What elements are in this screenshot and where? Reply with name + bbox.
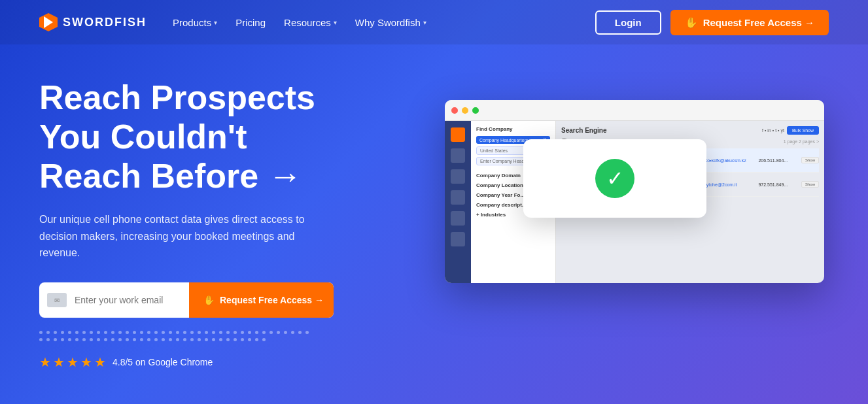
star-3: ★ [67,354,78,370]
dot [262,331,266,334]
nav-links: Products ▾ Pricing Resources ▾ Why Sword… [173,17,426,28]
success-overlay: ✓ [523,139,706,218]
dot [162,338,165,341]
window-minimize-dot [462,107,468,114]
dot [169,331,172,334]
star-1: ★ [39,354,51,370]
show-button[interactable]: Show [801,157,819,163]
dot [205,338,208,341]
dot [190,331,194,334]
chevron-down-icon: ▾ [423,19,426,26]
request-access-button-form[interactable]: ✋ Request Free Access → [189,282,334,318]
dot [277,331,280,334]
chevron-down-icon: ▾ [334,19,337,26]
sidebar-item-active [451,127,465,142]
star-2: ★ [53,354,65,370]
dot [46,331,50,334]
star-rating: ★ ★ ★ ★ ★ [39,354,106,370]
content-header: Search Engine f ▪ in ▪ t ▪ yt Bulk Show [561,126,819,135]
dot [126,331,129,334]
star-5: ★ [94,354,106,370]
dot [147,338,150,341]
email-form: ✉ ✋ Request Free Access → [39,282,334,318]
dot [154,331,158,334]
dot [90,331,93,334]
dot [255,331,258,334]
dashboard-topbar [445,100,824,121]
dot [212,331,215,334]
dot [162,331,165,334]
dot [118,331,122,334]
chevron-down-icon: ▾ [214,19,217,26]
email-input[interactable] [75,295,189,305]
dot [291,331,294,334]
hand-icon: ✋ [685,16,698,29]
dot [176,338,179,341]
dot [133,338,136,341]
bulk-show-button[interactable]: Bulk Show [787,126,819,135]
dot [176,331,179,334]
window-maximize-dot [472,107,479,114]
dot [82,331,86,334]
hero-right: Find Company Company Headquarters✕ Unite… [445,87,829,362]
social-icons: f ▪ in ▪ t ▪ yt [762,128,784,133]
dot [140,338,143,341]
star-4: ★ [80,354,92,370]
sidebar-item-1 [451,148,465,163]
dot [104,338,107,341]
panel-title: Find Company [476,126,550,132]
dot [205,331,208,334]
dot [183,331,186,334]
search-engine-title: Search Engine [561,127,606,134]
dot [90,338,93,341]
dot [219,331,222,334]
nav-why-swordfish[interactable]: Why Swordfish ▾ [355,17,426,28]
dot [75,338,78,341]
dot [234,331,237,334]
dot [226,331,230,334]
dot [255,338,258,341]
contact-email: ako•kofk@akucsm.kz [703,158,754,163]
contact-phone: 206.511.804... [758,158,797,163]
dot [46,338,50,341]
dot [39,338,43,341]
dot [97,338,100,341]
nav-products[interactable]: Products ▾ [173,17,217,28]
dot [212,338,215,341]
dot [190,338,194,341]
dot [248,331,251,334]
navbar: SWORDFISH Products ▾ Pricing Resources ▾… [0,0,868,44]
request-access-button-nav[interactable]: ✋ Request Free Access → [670,10,829,35]
dot [298,331,302,334]
dot [111,331,114,334]
dot [241,338,244,341]
dot [183,338,186,341]
dot [68,331,71,334]
dot [82,338,86,341]
sidebar-item-5 [451,232,465,246]
dot [54,331,57,334]
show-button-2[interactable]: Show [801,181,819,188]
hero-section: Reach Prospects You Couldn't Reach Befor… [0,44,868,404]
login-button[interactable]: Login [595,10,661,35]
sidebar-item-2 [451,169,465,184]
dot [111,338,114,341]
dot [219,338,222,341]
contact-email-2: mytohe@2com.it [703,182,754,187]
dot [248,338,251,341]
logo-icon [39,13,58,31]
logo-text: SWORDFISH [63,16,147,29]
nav-resources[interactable]: Resources ▾ [284,17,337,28]
dot [126,338,129,341]
dot [169,338,172,341]
nav-pricing[interactable]: Pricing [235,17,266,28]
dot [68,338,71,341]
dot [118,338,122,341]
dot [75,331,78,334]
hand-icon: ✋ [203,295,215,305]
dot [97,331,100,334]
logo[interactable]: SWORDFISH [39,13,147,31]
dot [61,338,64,341]
dot [147,331,150,334]
dot [241,331,244,334]
